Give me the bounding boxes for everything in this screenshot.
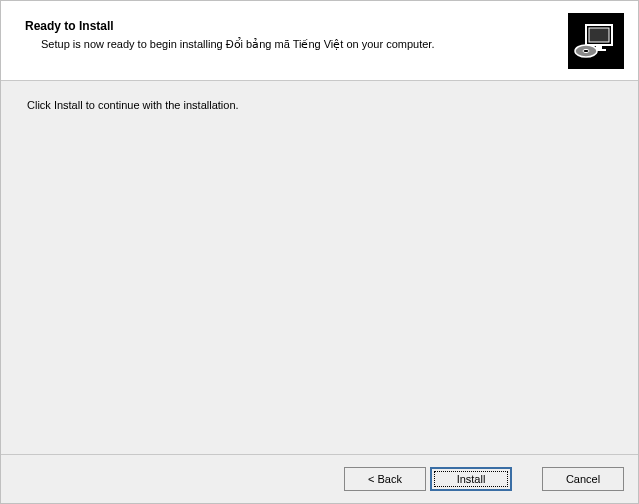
instruction-text: Click Install to continue with the insta… (27, 99, 612, 111)
header-text-block: Ready to Install Setup is now ready to b… (15, 11, 568, 52)
page-title: Ready to Install (25, 19, 568, 33)
svg-point-6 (583, 49, 589, 52)
svg-rect-2 (589, 28, 609, 42)
installer-wizard: Ready to Install Setup is now ready to b… (0, 0, 639, 504)
wizard-header: Ready to Install Setup is now ready to b… (1, 1, 638, 81)
page-subtitle: Setup is now ready to begin installing Đ… (41, 37, 441, 52)
back-button[interactable]: < Back (344, 467, 426, 491)
nav-button-group: < Back Install (344, 467, 512, 491)
cancel-button[interactable]: Cancel (542, 467, 624, 491)
wizard-content: Click Install to continue with the insta… (1, 81, 638, 455)
install-button[interactable]: Install (430, 467, 512, 491)
installer-icon (568, 13, 624, 69)
wizard-footer: < Back Install Cancel (1, 455, 638, 503)
